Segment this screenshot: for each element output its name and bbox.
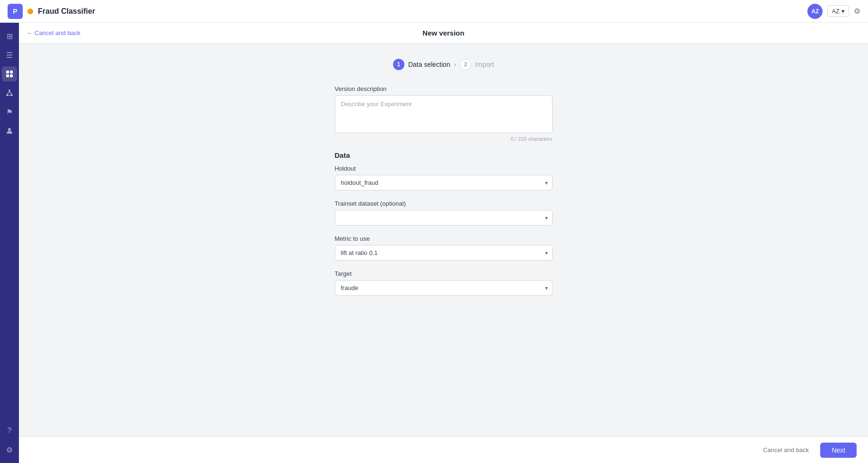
sidebar-item-help[interactable]: ? (2, 423, 17, 438)
app-status-dot (27, 9, 33, 14)
trainset-group: Trainset dataset (optional) ▾ (335, 200, 553, 226)
stepper: 1 Data selection › 2 Import (27, 59, 860, 70)
avatar: AZ (807, 4, 823, 19)
step-1-label: Data selection (408, 61, 450, 68)
top-header: P Fraud Classifier AZ AZ ▾ ⚙ (0, 0, 868, 23)
svg-rect-3 (10, 74, 13, 77)
trainset-select[interactable] (335, 210, 553, 226)
holdout-group: Holdout holdout_fraud ▾ (335, 165, 553, 191)
sidebar-item-network[interactable] (2, 85, 17, 100)
form-container: Version description 0 / 210 characters D… (335, 85, 553, 296)
sidebar-item-person[interactable] (2, 123, 17, 138)
content-area: ← Cancel and back New version 1 Data sel… (19, 23, 868, 463)
target-label: Target (335, 270, 553, 277)
next-button[interactable]: Next (820, 443, 857, 458)
header-left: P Fraud Classifier (8, 4, 95, 19)
data-section-title: Data (335, 151, 553, 159)
step-1: 1 Data selection (393, 59, 450, 70)
textarea-wrapper (335, 95, 553, 135)
target-group: Target fraude ▾ (335, 270, 553, 296)
new-version-title: New version (422, 29, 464, 37)
sidebar-item-flag[interactable]: ⚑ (2, 104, 17, 119)
svg-point-10 (8, 128, 11, 131)
metric-select[interactable]: lift at ratio 0.1 (335, 245, 553, 261)
sidebar-item-dataset[interactable] (2, 66, 17, 82)
target-select[interactable]: fraude (335, 280, 553, 296)
main-layout: ⊞ ☰ ⚑ (0, 23, 868, 463)
metric-select-wrapper: lift at ratio 0.1 ▾ (335, 245, 553, 261)
step-2-label: Import (475, 61, 494, 68)
trainset-label: Trainset dataset (optional) (335, 200, 553, 207)
holdout-select-wrapper: holdout_fraud ▾ (335, 175, 553, 191)
svg-rect-2 (6, 74, 9, 77)
sidebar-item-home[interactable]: ⊞ (2, 28, 17, 44)
sidebar-item-layers[interactable]: ☰ (2, 47, 17, 63)
sidebar-item-settings[interactable]: ⚙ (2, 442, 17, 457)
version-description-label: Version description (335, 85, 553, 92)
header-right: AZ AZ ▾ ⚙ (807, 4, 860, 19)
svg-rect-1 (10, 71, 13, 73)
page-content: 1 Data selection › 2 Import Version desc… (19, 44, 868, 436)
char-count: 0 / 210 characters (335, 136, 553, 142)
step-2: 2 Import (460, 59, 494, 70)
svg-point-4 (9, 90, 10, 91)
app-title: Fraud Classifier (38, 7, 95, 16)
cancel-back-top-link[interactable]: ← Cancel and back (27, 29, 81, 36)
arrow-left-icon: ← (27, 29, 33, 36)
holdout-label: Holdout (335, 165, 553, 172)
trainset-select-wrapper: ▾ (335, 210, 553, 226)
metric-group: Metric to use lift at ratio 0.1 ▾ (335, 235, 553, 261)
step-2-circle: 2 (460, 59, 471, 70)
description-textarea[interactable] (335, 95, 553, 133)
step-arrow: › (454, 61, 456, 68)
holdout-select[interactable]: holdout_fraud (335, 175, 553, 191)
cancel-back-bottom-button[interactable]: Cancel and back (757, 443, 814, 457)
bottom-bar: Cancel and back Next (19, 436, 868, 463)
svg-line-7 (7, 91, 9, 94)
gear-icon[interactable]: ⚙ (854, 7, 860, 16)
sidebar: ⊞ ☰ ⚑ (0, 23, 19, 463)
logo-icon: P (8, 4, 23, 19)
target-select-wrapper: fraude ▾ (335, 280, 553, 296)
step-1-circle: 1 (393, 59, 404, 70)
svg-rect-0 (6, 71, 9, 73)
svg-line-8 (9, 91, 12, 94)
sub-header: ← Cancel and back New version (19, 23, 868, 44)
metric-label: Metric to use (335, 235, 553, 242)
az-menu-button[interactable]: AZ ▾ (827, 5, 849, 17)
version-description-group: Version description 0 / 210 characters (335, 85, 553, 142)
